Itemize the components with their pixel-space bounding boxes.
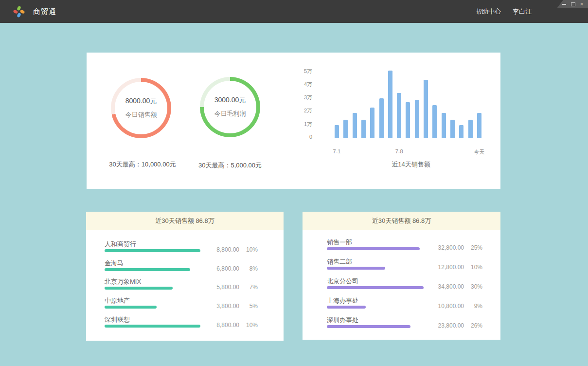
window-controls: × [557, 0, 588, 8]
today-sales-donut: 8000.00元 今日销售额 [111, 78, 171, 138]
minimize-icon [562, 4, 566, 5]
bar-7-5 [370, 108, 374, 138]
bar-7-14 [450, 120, 455, 138]
row-amount: 8,800.00 [216, 322, 239, 329]
maximize-icon [571, 2, 575, 6]
today-sales-label: 今日销售额 [125, 110, 157, 119]
row-value: 3,800.005% [185, 303, 258, 310]
row-amount: 23,800.00 [438, 322, 464, 329]
row-amount: 6,800.00 [216, 265, 239, 272]
today-sales-donut-center: 8000.00元 今日销售额 [115, 82, 167, 134]
today-profit-label: 今日毛利润 [214, 110, 246, 118]
row-amount: 3,800.00 [216, 303, 239, 310]
topnav: 帮助中心 李白江 [476, 0, 532, 23]
bar-chart-caption: 近14天销售额 [392, 160, 430, 169]
today-profit-value: 3000.00元 [214, 96, 246, 105]
row-progress-bar [327, 247, 420, 250]
row-value: 23,800.0026% [410, 322, 482, 329]
bar-7-12 [432, 105, 437, 138]
today-profit-donut: 3000.00元 今日毛利润 [200, 77, 260, 137]
row-progress-bar [327, 306, 366, 309]
help-center-link[interactable]: 帮助中心 [476, 7, 501, 16]
customers-rank-card: 近30天销售额 86.8万 人和商贸行8,800.0010%金海马6,800.0… [86, 212, 284, 341]
row-name: 深圳联想 [105, 315, 130, 324]
row-percent: 9% [464, 303, 482, 310]
row-value: 5,800.007% [185, 284, 258, 291]
row-name: 北京分公司 [327, 277, 358, 286]
daily-sales-bar-chart [335, 65, 495, 138]
x-tick-label: 7-8 [395, 148, 403, 154]
row-percent: 5% [239, 303, 258, 310]
profit-30day-max-note: 30天最高：5,000.00元 [174, 161, 286, 170]
row-value: 32,800.0025% [410, 244, 482, 251]
app-title: 商贸通 [33, 0, 56, 23]
bar-今天 [477, 113, 481, 138]
bar-7-10 [415, 100, 419, 138]
y-tick-label: 1万 [293, 121, 312, 128]
departments-card-header: 近30天销售额 86.8万 [303, 212, 500, 230]
row-value: 34,800.0030% [410, 283, 482, 290]
row-amount: 8,800.00 [216, 246, 239, 253]
row-amount: 10,800.00 [438, 303, 464, 310]
x-tick-label: 今天 [474, 148, 484, 156]
topbar: 商贸通 帮助中心 李白江 × [0, 0, 588, 23]
row-percent: 30% [464, 283, 482, 290]
row-percent: 26% [464, 322, 482, 329]
bar-7-2 [343, 120, 348, 138]
row-name: 人和商贸行 [105, 240, 136, 249]
close-icon: × [580, 1, 583, 7]
row-name: 金海马 [105, 259, 124, 268]
y-tick-label: 2万 [293, 107, 312, 114]
bar-7-4 [361, 120, 366, 138]
customers-card-header: 近30天销售额 86.8万 [86, 212, 284, 230]
row-name: 上海办事处 [327, 296, 358, 305]
row-percent: 10% [239, 246, 258, 253]
row-progress-bar [327, 267, 385, 270]
y-tick-label: 3万 [293, 94, 312, 101]
row-amount: 32,800.00 [438, 244, 464, 251]
bar-7-11 [424, 80, 428, 138]
row-name: 深圳办事处 [327, 316, 358, 325]
row-value: 8,800.0010% [185, 246, 258, 253]
row-progress-bar [105, 306, 157, 309]
row-name: 销售二部 [327, 257, 352, 266]
row-percent: 10% [239, 322, 258, 329]
close-button[interactable]: × [579, 1, 584, 7]
app-logo-pinwheel-icon [12, 4, 26, 19]
departments-rank-card: 近30天销售额 86.8万 销售一部32,800.0025%销售二部12,800… [303, 212, 500, 340]
bar-7-16 [468, 120, 473, 138]
row-progress-bar [105, 268, 190, 271]
row-value: 10,800.009% [410, 303, 482, 310]
y-tick-label: 0 [293, 134, 312, 140]
x-tick-label: 7-1 [333, 148, 341, 154]
user-menu[interactable]: 李白江 [513, 7, 532, 16]
row-percent: 10% [464, 264, 482, 271]
row-percent: 7% [239, 284, 258, 291]
bar-7-7 [388, 71, 392, 138]
row-name: 北京万象MIX [105, 277, 141, 286]
minimize-button[interactable] [562, 1, 567, 7]
bar-7-13 [442, 113, 446, 138]
customers-card-title: 近30天销售额 86.8万 [155, 217, 214, 225]
row-amount: 5,800.00 [216, 284, 239, 291]
row-percent: 25% [464, 244, 482, 251]
bar-7-6 [379, 98, 384, 138]
row-name: 销售一部 [327, 238, 352, 247]
maximize-button[interactable] [570, 1, 575, 7]
row-name: 中原地产 [105, 296, 130, 305]
row-percent: 8% [239, 265, 258, 272]
departments-card-title: 近30天销售额 86.8万 [372, 217, 431, 225]
today-sales-value: 8000.00元 [125, 97, 157, 106]
row-value: 12,800.0010% [410, 264, 482, 271]
row-amount: 34,800.00 [438, 283, 464, 290]
bar-7-15 [459, 125, 463, 138]
row-progress-bar [105, 287, 173, 290]
row-value: 6,800.008% [185, 265, 258, 272]
bar-7-3 [353, 113, 357, 138]
bar-7-9 [406, 102, 410, 138]
bar-7-1 [335, 125, 339, 138]
row-progress-bar [327, 325, 410, 328]
overview-card: 8000.00元 今日销售额 3000.00元 今日毛利润 30天最高：10,0… [87, 53, 500, 189]
today-profit-donut-center: 3000.00元 今日毛利润 [204, 81, 256, 133]
y-tick-label: 4万 [293, 81, 312, 88]
